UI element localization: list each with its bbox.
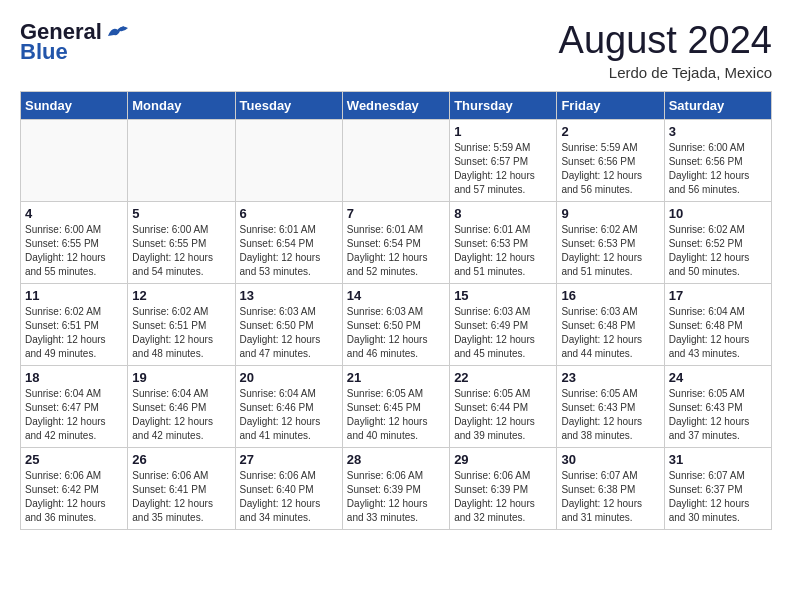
day-number: 21: [347, 370, 445, 385]
calendar-cell: 30Sunrise: 6:07 AM Sunset: 6:38 PM Dayli…: [557, 447, 664, 529]
day-number: 7: [347, 206, 445, 221]
day-info: Sunrise: 6:03 AM Sunset: 6:48 PM Dayligh…: [561, 305, 659, 361]
day-info: Sunrise: 5:59 AM Sunset: 6:56 PM Dayligh…: [561, 141, 659, 197]
calendar-cell: 4Sunrise: 6:00 AM Sunset: 6:55 PM Daylig…: [21, 201, 128, 283]
day-info: Sunrise: 6:03 AM Sunset: 6:50 PM Dayligh…: [240, 305, 338, 361]
calendar-cell: 12Sunrise: 6:02 AM Sunset: 6:51 PM Dayli…: [128, 283, 235, 365]
day-info: Sunrise: 6:04 AM Sunset: 6:47 PM Dayligh…: [25, 387, 123, 443]
week-row-3: 11Sunrise: 6:02 AM Sunset: 6:51 PM Dayli…: [21, 283, 772, 365]
calendar-cell: 18Sunrise: 6:04 AM Sunset: 6:47 PM Dayli…: [21, 365, 128, 447]
day-info: Sunrise: 6:01 AM Sunset: 6:53 PM Dayligh…: [454, 223, 552, 279]
month-title: August 2024: [559, 20, 772, 62]
day-info: Sunrise: 6:05 AM Sunset: 6:44 PM Dayligh…: [454, 387, 552, 443]
day-number: 9: [561, 206, 659, 221]
header-saturday: Saturday: [664, 91, 771, 119]
day-info: Sunrise: 6:00 AM Sunset: 6:55 PM Dayligh…: [132, 223, 230, 279]
day-number: 13: [240, 288, 338, 303]
day-number: 16: [561, 288, 659, 303]
day-number: 3: [669, 124, 767, 139]
calendar-cell: 16Sunrise: 6:03 AM Sunset: 6:48 PM Dayli…: [557, 283, 664, 365]
day-info: Sunrise: 6:01 AM Sunset: 6:54 PM Dayligh…: [240, 223, 338, 279]
day-number: 5: [132, 206, 230, 221]
calendar-cell: 28Sunrise: 6:06 AM Sunset: 6:39 PM Dayli…: [342, 447, 449, 529]
day-info: Sunrise: 6:04 AM Sunset: 6:48 PM Dayligh…: [669, 305, 767, 361]
day-info: Sunrise: 5:59 AM Sunset: 6:57 PM Dayligh…: [454, 141, 552, 197]
calendar-cell: 11Sunrise: 6:02 AM Sunset: 6:51 PM Dayli…: [21, 283, 128, 365]
header-friday: Friday: [557, 91, 664, 119]
day-info: Sunrise: 6:06 AM Sunset: 6:41 PM Dayligh…: [132, 469, 230, 525]
day-number: 19: [132, 370, 230, 385]
day-info: Sunrise: 6:02 AM Sunset: 6:52 PM Dayligh…: [669, 223, 767, 279]
day-number: 31: [669, 452, 767, 467]
day-info: Sunrise: 6:06 AM Sunset: 6:40 PM Dayligh…: [240, 469, 338, 525]
header-wednesday: Wednesday: [342, 91, 449, 119]
day-number: 27: [240, 452, 338, 467]
calendar-table: SundayMondayTuesdayWednesdayThursdayFrid…: [20, 91, 772, 530]
day-info: Sunrise: 6:02 AM Sunset: 6:51 PM Dayligh…: [25, 305, 123, 361]
day-number: 30: [561, 452, 659, 467]
week-row-5: 25Sunrise: 6:06 AM Sunset: 6:42 PM Dayli…: [21, 447, 772, 529]
day-number: 17: [669, 288, 767, 303]
location: Lerdo de Tejada, Mexico: [559, 64, 772, 81]
logo: General Blue: [20, 20, 132, 64]
calendar-cell: 27Sunrise: 6:06 AM Sunset: 6:40 PM Dayli…: [235, 447, 342, 529]
day-number: 26: [132, 452, 230, 467]
calendar-cell: 2Sunrise: 5:59 AM Sunset: 6:56 PM Daylig…: [557, 119, 664, 201]
day-number: 22: [454, 370, 552, 385]
day-info: Sunrise: 6:07 AM Sunset: 6:37 PM Dayligh…: [669, 469, 767, 525]
calendar-cell: [21, 119, 128, 201]
day-info: Sunrise: 6:04 AM Sunset: 6:46 PM Dayligh…: [132, 387, 230, 443]
day-info: Sunrise: 6:06 AM Sunset: 6:39 PM Dayligh…: [454, 469, 552, 525]
calendar-cell: 7Sunrise: 6:01 AM Sunset: 6:54 PM Daylig…: [342, 201, 449, 283]
calendar-header-row: SundayMondayTuesdayWednesdayThursdayFrid…: [21, 91, 772, 119]
calendar-cell: 20Sunrise: 6:04 AM Sunset: 6:46 PM Dayli…: [235, 365, 342, 447]
calendar-cell: 1Sunrise: 5:59 AM Sunset: 6:57 PM Daylig…: [450, 119, 557, 201]
day-number: 20: [240, 370, 338, 385]
calendar-cell: 17Sunrise: 6:04 AM Sunset: 6:48 PM Dayli…: [664, 283, 771, 365]
day-number: 14: [347, 288, 445, 303]
calendar-cell: 23Sunrise: 6:05 AM Sunset: 6:43 PM Dayli…: [557, 365, 664, 447]
header-monday: Monday: [128, 91, 235, 119]
day-info: Sunrise: 6:02 AM Sunset: 6:51 PM Dayligh…: [132, 305, 230, 361]
day-number: 15: [454, 288, 552, 303]
calendar-cell: 3Sunrise: 6:00 AM Sunset: 6:56 PM Daylig…: [664, 119, 771, 201]
day-number: 23: [561, 370, 659, 385]
calendar-cell: 22Sunrise: 6:05 AM Sunset: 6:44 PM Dayli…: [450, 365, 557, 447]
day-number: 24: [669, 370, 767, 385]
logo-bird-icon: [104, 22, 132, 44]
calendar-cell: [128, 119, 235, 201]
calendar-cell: 13Sunrise: 6:03 AM Sunset: 6:50 PM Dayli…: [235, 283, 342, 365]
header-tuesday: Tuesday: [235, 91, 342, 119]
day-info: Sunrise: 6:03 AM Sunset: 6:50 PM Dayligh…: [347, 305, 445, 361]
logo-blue: Blue: [20, 40, 68, 64]
day-info: Sunrise: 6:05 AM Sunset: 6:45 PM Dayligh…: [347, 387, 445, 443]
calendar-cell: [342, 119, 449, 201]
calendar-cell: 25Sunrise: 6:06 AM Sunset: 6:42 PM Dayli…: [21, 447, 128, 529]
calendar-cell: 31Sunrise: 6:07 AM Sunset: 6:37 PM Dayli…: [664, 447, 771, 529]
week-row-2: 4Sunrise: 6:00 AM Sunset: 6:55 PM Daylig…: [21, 201, 772, 283]
day-number: 28: [347, 452, 445, 467]
day-info: Sunrise: 6:02 AM Sunset: 6:53 PM Dayligh…: [561, 223, 659, 279]
day-info: Sunrise: 6:05 AM Sunset: 6:43 PM Dayligh…: [669, 387, 767, 443]
day-number: 8: [454, 206, 552, 221]
day-number: 2: [561, 124, 659, 139]
day-number: 11: [25, 288, 123, 303]
week-row-4: 18Sunrise: 6:04 AM Sunset: 6:47 PM Dayli…: [21, 365, 772, 447]
calendar-cell: 21Sunrise: 6:05 AM Sunset: 6:45 PM Dayli…: [342, 365, 449, 447]
header-sunday: Sunday: [21, 91, 128, 119]
day-info: Sunrise: 6:03 AM Sunset: 6:49 PM Dayligh…: [454, 305, 552, 361]
day-number: 4: [25, 206, 123, 221]
day-info: Sunrise: 6:07 AM Sunset: 6:38 PM Dayligh…: [561, 469, 659, 525]
day-info: Sunrise: 6:04 AM Sunset: 6:46 PM Dayligh…: [240, 387, 338, 443]
day-info: Sunrise: 6:06 AM Sunset: 6:39 PM Dayligh…: [347, 469, 445, 525]
day-number: 10: [669, 206, 767, 221]
title-block: August 2024 Lerdo de Tejada, Mexico: [559, 20, 772, 81]
calendar-cell: 15Sunrise: 6:03 AM Sunset: 6:49 PM Dayli…: [450, 283, 557, 365]
calendar-cell: 9Sunrise: 6:02 AM Sunset: 6:53 PM Daylig…: [557, 201, 664, 283]
day-number: 18: [25, 370, 123, 385]
calendar-cell: 6Sunrise: 6:01 AM Sunset: 6:54 PM Daylig…: [235, 201, 342, 283]
calendar-cell: 5Sunrise: 6:00 AM Sunset: 6:55 PM Daylig…: [128, 201, 235, 283]
calendar-cell: 14Sunrise: 6:03 AM Sunset: 6:50 PM Dayli…: [342, 283, 449, 365]
day-info: Sunrise: 6:05 AM Sunset: 6:43 PM Dayligh…: [561, 387, 659, 443]
calendar-cell: 29Sunrise: 6:06 AM Sunset: 6:39 PM Dayli…: [450, 447, 557, 529]
